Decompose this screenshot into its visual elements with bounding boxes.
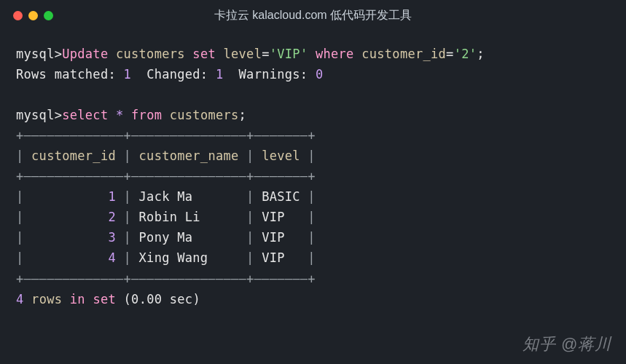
- keyword-select: select: [62, 108, 108, 122]
- keyword-where: where: [316, 47, 354, 61]
- update-result-line: Rows matched: 1 Changed: 1 Warnings: 0: [16, 64, 610, 84]
- column-level: level: [224, 47, 262, 61]
- table-border-mid: +—————————————+———————————————+———————+: [16, 166, 610, 186]
- rows-word: rows: [31, 292, 62, 306]
- sql-update-line: mysql>Update customers set level='VIP' w…: [16, 44, 610, 64]
- maximize-icon[interactable]: [44, 11, 53, 20]
- close-icon[interactable]: [13, 11, 23, 20]
- header-level: level: [262, 149, 300, 163]
- rows-matched-label: Rows matched:: [16, 67, 116, 82]
- table-header-row: | customer_id | customer_name | level |: [16, 146, 610, 166]
- header-customer-id: customer_id: [31, 149, 116, 163]
- traffic-lights: [13, 11, 53, 20]
- blank-line: [16, 84, 610, 105]
- mysql-prompt: mysql>: [16, 47, 62, 61]
- terminal-output: mysql>Update customers set level='VIP' w…: [0, 31, 626, 323]
- column-customer-id: customer_id: [361, 47, 446, 61]
- cell-name: Xing Wang: [139, 250, 239, 265]
- header-customer-name: customer_name: [139, 149, 239, 163]
- table-border-top: +—————————————+———————————————+———————+: [16, 125, 610, 146]
- warnings-label: Warnings:: [239, 67, 308, 82]
- cell-id: 4: [108, 250, 116, 265]
- result-footer: 4 rows in set (0.00 sec): [16, 289, 610, 309]
- titlebar: 卡拉云 kalacloud.com 低代码开发工具: [0, 0, 626, 31]
- timing: (0.00 sec): [124, 292, 200, 306]
- equals-sign: =: [446, 47, 454, 61]
- cell-id: 2: [108, 210, 116, 224]
- semicolon: ;: [477, 47, 485, 61]
- changed-value: 1: [216, 67, 224, 82]
- cell-level: VIP: [262, 230, 300, 245]
- keyword-update: Update: [62, 47, 108, 61]
- table-row: | 2 | Robin Li | VIP |: [16, 207, 610, 227]
- changed-label: Changed:: [146, 67, 208, 82]
- equals-sign: =: [262, 47, 270, 61]
- watermark: 知乎 @蒋川: [523, 333, 611, 355]
- minimize-icon[interactable]: [28, 11, 38, 20]
- table-border-bottom: +—————————————+———————————————+———————+: [16, 269, 610, 289]
- table-name: customers: [170, 108, 239, 122]
- cell-level: VIP: [262, 210, 300, 224]
- keyword-in: in: [70, 292, 85, 306]
- rows-matched-value: 1: [124, 67, 132, 82]
- sql-select-line: mysql>select * from customers;: [16, 105, 610, 125]
- table-name: customers: [116, 47, 185, 61]
- keyword-from: from: [131, 108, 162, 122]
- star-wildcard: *: [116, 108, 124, 122]
- string-2: '2': [454, 47, 477, 61]
- table-row: | 3 | Pony Ma | VIP |: [16, 227, 610, 248]
- cell-level: BASIC: [262, 189, 300, 204]
- keyword-set-footer: set: [93, 292, 116, 306]
- keyword-set: set: [192, 47, 216, 61]
- row-count: 4: [16, 292, 24, 306]
- table-row: | 4 | Xing Wang | VIP |: [16, 248, 610, 268]
- cell-id: 1: [108, 189, 116, 204]
- table-row: | 1 | Jack Ma | BASIC |: [16, 186, 610, 207]
- warnings-value: 0: [316, 67, 324, 82]
- string-vip: 'VIP': [270, 47, 308, 61]
- cell-name: Robin Li: [139, 210, 239, 224]
- mysql-prompt: mysql>: [16, 108, 62, 122]
- cell-name: Pony Ma: [139, 230, 239, 245]
- cell-name: Jack Ma: [139, 189, 239, 204]
- window-title: 卡拉云 kalacloud.com 低代码开发工具: [214, 8, 412, 23]
- cell-id: 3: [108, 230, 116, 245]
- semicolon: ;: [239, 108, 247, 122]
- cell-level: VIP: [262, 250, 300, 265]
